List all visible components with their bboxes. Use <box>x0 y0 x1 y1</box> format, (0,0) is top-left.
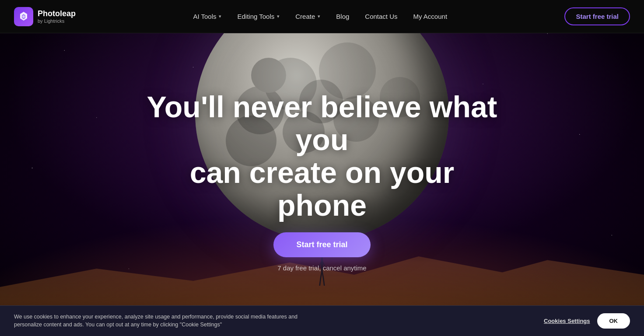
cookie-ok-button[interactable]: OK <box>597 313 630 329</box>
brand-sub: by Lightricks <box>38 18 76 24</box>
chevron-down-icon: ▾ <box>219 14 221 19</box>
nav-item-my-account[interactable]: My Account <box>406 9 455 24</box>
hero-cta-button[interactable]: Start free trial <box>273 232 370 257</box>
cookie-banner: We use cookies to enhance your experienc… <box>0 305 644 336</box>
chevron-down-icon: ▾ <box>277 14 280 19</box>
nav-item-ai-tools[interactable]: AI Tools ▾ <box>186 9 228 24</box>
hero-content: You'll never believe what you can create… <box>143 91 501 271</box>
chevron-down-icon: ▾ <box>318 14 320 19</box>
logo-text: Photoleap by Lightricks <box>38 9 76 24</box>
logo-icon <box>14 7 33 26</box>
navbar: Photoleap by Lightricks AI Tools ▾ Editi… <box>0 0 644 33</box>
cookie-actions: Cookies Settings OK <box>544 313 630 329</box>
cookie-settings-button[interactable]: Cookies Settings <box>544 318 590 324</box>
hero-section: You'll never believe what you can create… <box>0 0 644 336</box>
logo[interactable]: Photoleap by Lightricks <box>14 7 76 26</box>
svg-point-0 <box>22 15 25 18</box>
cookie-text: We use cookies to enhance your experienc… <box>14 313 320 329</box>
nav-links: AI Tools ▾ Editing Tools ▾ Create ▾ Blog… <box>186 9 454 24</box>
brand-name: Photoleap <box>38 9 76 19</box>
nav-item-blog[interactable]: Blog <box>329 9 356 24</box>
hero-sub-label: 7 day free trial, cancel anytime <box>277 264 366 272</box>
nav-item-editing-tools[interactable]: Editing Tools ▾ <box>230 9 287 24</box>
nav-item-create[interactable]: Create ▾ <box>288 9 327 24</box>
nav-cta-button[interactable]: Start free trial <box>564 7 630 25</box>
hero-headline: You'll never believe what you can create… <box>143 91 501 221</box>
nav-item-contact-us[interactable]: Contact Us <box>358 9 404 24</box>
